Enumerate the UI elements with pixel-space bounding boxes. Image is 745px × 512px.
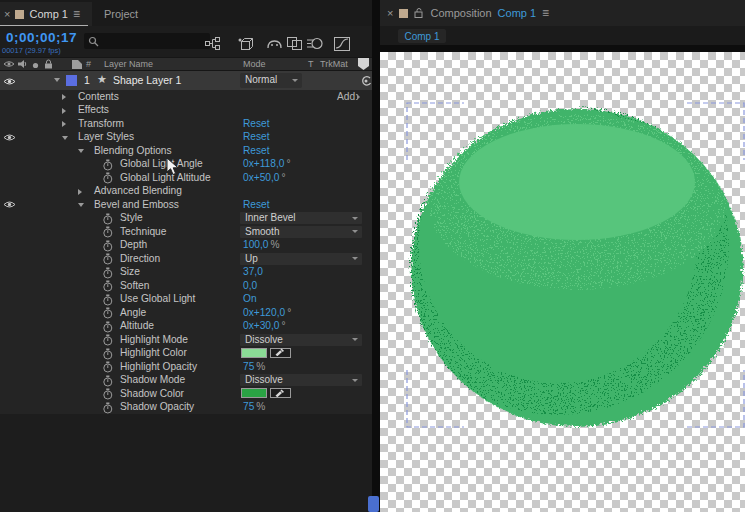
twirl-icon[interactable] <box>62 121 66 127</box>
reset-link[interactable]: Reset <box>243 145 270 156</box>
reset-link[interactable]: Reset <box>243 118 270 129</box>
property-row[interactable]: TechniqueSmooth <box>0 225 372 239</box>
search-input[interactable] <box>84 33 210 49</box>
layer-label-color[interactable] <box>66 75 77 86</box>
composition-viewport[interactable] <box>380 52 745 512</box>
layer-visibility-eye-icon[interactable] <box>3 76 16 88</box>
twirl-icon[interactable] <box>62 94 66 100</box>
property-row[interactable]: Advanced Blending <box>0 185 372 199</box>
motion-blur-icon[interactable] <box>307 36 323 51</box>
property-row[interactable]: Effects <box>0 104 372 118</box>
property-value[interactable]: 0x+118,0° <box>243 158 291 169</box>
panel-menu-icon[interactable]: ≡ <box>73 8 80 20</box>
property-row[interactable]: Shadow Color <box>0 387 372 401</box>
layer-twirl-icon[interactable] <box>54 78 60 82</box>
property-label: Size <box>120 266 140 277</box>
twirl-icon[interactable] <box>78 189 82 195</box>
property-row[interactable]: Use Global LightOn <box>0 293 372 307</box>
property-value[interactable]: 75% <box>243 401 265 412</box>
property-row[interactable]: Global Light Altitude0x+50,0° <box>0 171 372 185</box>
property-value[interactable]: 37,0 <box>243 266 263 277</box>
column-mode[interactable]: Mode <box>243 59 266 69</box>
close-icon[interactable]: × <box>4 9 10 20</box>
property-value[interactable]: 0x+120,0° <box>243 307 291 318</box>
graph-editor-icon[interactable] <box>334 36 350 51</box>
eye-icon[interactable] <box>3 133 16 144</box>
property-row[interactable]: Angle0x+120,0° <box>0 306 372 320</box>
property-row[interactable]: Shadow Opacity75% <box>0 401 372 415</box>
color-swatch[interactable] <box>241 388 267 398</box>
property-value[interactable]: 0,0 <box>243 280 257 291</box>
property-value[interactable]: 100,0% <box>243 239 280 250</box>
twirl-icon[interactable] <box>78 203 84 207</box>
layer-name[interactable]: Shape Layer 1 <box>113 74 181 86</box>
eyedropper-button[interactable] <box>270 348 291 358</box>
scrollbar-thumb[interactable] <box>368 496 379 512</box>
property-row[interactable]: Depth100,0% <box>0 239 372 253</box>
composition-name[interactable]: Comp 1 <box>498 7 537 19</box>
property-row[interactable]: Bevel and EmbossReset <box>0 198 372 212</box>
property-row[interactable]: Highlight Opacity75% <box>0 360 372 374</box>
property-dropdown[interactable]: Smooth <box>240 226 362 238</box>
draft-3d-icon[interactable] <box>237 36 253 51</box>
property-row[interactable]: StyleInner Bevel <box>0 212 372 226</box>
pick-whip-icon[interactable] <box>360 75 372 89</box>
eyedropper-button[interactable] <box>270 388 291 398</box>
mouse-cursor <box>166 157 179 176</box>
unlock-icon[interactable] <box>414 4 424 22</box>
mini-flowchart-icon[interactable] <box>204 36 220 51</box>
panel-divider[interactable] <box>372 0 380 512</box>
eye-icon[interactable] <box>3 200 16 211</box>
frame-blending-icon[interactable] <box>286 36 302 51</box>
panel-menu-icon[interactable]: ≡ <box>542 7 549 19</box>
shy-icon[interactable] <box>266 36 282 51</box>
property-dropdown[interactable]: Inner Bevel <box>240 212 362 224</box>
property-row[interactable]: Highlight ModeDissolve <box>0 333 372 347</box>
property-label: Transform <box>78 118 124 129</box>
property-value[interactable]: 0x+30,0° <box>243 320 286 331</box>
property-dropdown[interactable]: Dissolve <box>240 334 362 346</box>
blend-mode-dropdown[interactable]: Normal <box>240 73 302 88</box>
viewer-tab-comp1[interactable]: Comp 1 <box>398 29 446 43</box>
property-row[interactable]: Altitude0x+30,0° <box>0 320 372 334</box>
property-label: Highlight Opacity <box>120 361 197 372</box>
layer-row-shape-layer-1[interactable]: 1 ★ Shape Layer 1 Normal <box>0 71 372 90</box>
property-row[interactable]: Blending OptionsReset <box>0 144 372 158</box>
twirl-icon[interactable] <box>62 136 68 140</box>
twirl-icon[interactable] <box>62 108 66 114</box>
panel-icon <box>15 10 24 19</box>
chevron-down-icon <box>292 79 298 82</box>
tab-comp1[interactable]: × Comp 1 ≡ <box>0 2 92 26</box>
twirl-icon[interactable] <box>78 149 84 153</box>
property-value[interactable]: 75% <box>243 361 265 372</box>
column-trkmat[interactable]: TrkMat <box>320 59 348 69</box>
property-row[interactable]: Soften0,0 <box>0 279 372 293</box>
close-icon[interactable]: × <box>387 8 393 19</box>
property-row[interactable]: DirectionUp <box>0 252 372 266</box>
property-label: Shadow Mode <box>120 374 185 385</box>
property-row[interactable]: Highlight Color <box>0 347 372 361</box>
property-row[interactable]: Size37,0 <box>0 266 372 280</box>
frame-info: 00017 (29.97 fps) <box>2 46 61 55</box>
tab-project[interactable]: Project <box>90 2 152 26</box>
property-dropdown[interactable]: Up <box>240 253 362 265</box>
viewer-tab-label: Comp 1 <box>404 31 439 42</box>
property-row[interactable]: Shadow ModeDissolve <box>0 374 372 388</box>
add-label[interactable]: Add: <box>337 91 358 102</box>
chevron-down-icon <box>352 338 358 341</box>
property-value[interactable]: On <box>243 293 257 304</box>
reset-link[interactable]: Reset <box>243 131 270 142</box>
property-dropdown[interactable]: Dissolve <box>240 374 362 386</box>
property-row[interactable]: Layer StylesReset <box>0 131 372 145</box>
property-value[interactable]: 0x+50,0° <box>243 172 286 183</box>
column-layer-name[interactable]: Layer Name <box>104 59 153 69</box>
audio-column-speaker-icon <box>18 60 27 70</box>
property-row[interactable]: Global Light Angle0x+118,0° <box>0 158 372 172</box>
property-row[interactable]: TransformReset <box>0 117 372 131</box>
panel-title: Composition <box>430 7 491 19</box>
reset-link[interactable]: Reset <box>243 199 270 210</box>
green-circle[interactable] <box>403 89 742 425</box>
current-timecode[interactable]: 0;00;00;17 <box>6 30 77 45</box>
property-row[interactable]: ContentsAdd: <box>0 90 372 104</box>
color-swatch[interactable] <box>241 348 267 358</box>
